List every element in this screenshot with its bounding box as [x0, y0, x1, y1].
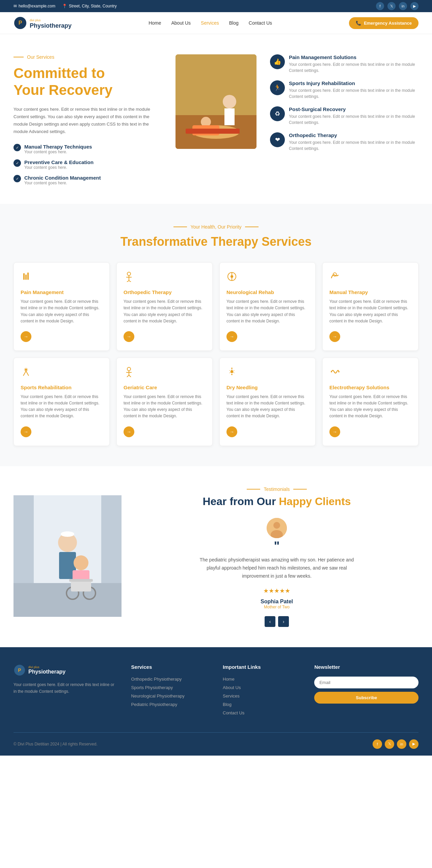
svg-line-29	[129, 375, 131, 377]
feature-title-1: Manual Therapy Techniques	[24, 144, 92, 150]
feature-title-2: Preventive Care & Education	[24, 159, 93, 165]
right-service-1: 🏃 Sports Injury Rehabilitation Your cont…	[270, 80, 418, 100]
footer-link-home[interactable]: Home	[223, 677, 301, 682]
card-icon-0	[21, 271, 103, 284]
card-arrow-6[interactable]: →	[226, 426, 237, 437]
transformative-label-text: Your Health, Our Priority	[190, 224, 241, 230]
footer-social-icons: f 𝕏 in ▶	[373, 739, 418, 749]
card-title-4: Sports Rehabilitation	[21, 385, 103, 390]
svg-rect-45	[71, 581, 91, 591]
check-icon-1: ✓	[14, 144, 21, 151]
testimonials-title-2: Happy Clients	[276, 495, 351, 507]
card-arrow-3[interactable]: →	[329, 331, 340, 342]
right-service-desc-3: Your content goes here. Edit or remove t…	[289, 139, 418, 152]
location-icon: 📍	[62, 4, 67, 8]
card-desc-7: Your content goes here. Edit or remove t…	[329, 394, 411, 420]
youtube-icon[interactable]: ▶	[410, 2, 418, 10]
card-desc-2: Your content goes here. Edit or remove t…	[226, 298, 308, 324]
feature-list: ✓ Manual Therapy Techniques Your content…	[14, 144, 162, 185]
footer-youtube-icon[interactable]: ▶	[409, 739, 418, 749]
footer-service-0[interactable]: Orthopedic Physiotherapy	[131, 677, 209, 682]
card-arrow-4[interactable]: →	[21, 426, 31, 437]
footer-link-blog[interactable]: Blog	[223, 702, 301, 707]
testimonials-label: Testimonials	[135, 486, 418, 492]
emergency-btn-label: Emergency Assistance	[364, 21, 412, 26]
testimonial-role: Mother of Two	[135, 605, 418, 609]
testimonials-title: Hear from Our Happy Clients	[135, 495, 418, 508]
service-icon-3: ❤	[270, 132, 285, 147]
card-title-3: Manual Therapy	[329, 289, 411, 295]
newsletter-email-input[interactable]	[314, 677, 418, 688]
service-card-3: Manual Therapy Your content goes here. E…	[322, 262, 418, 351]
svg-point-32	[331, 371, 332, 372]
testimonial-next-button[interactable]: ›	[278, 616, 289, 627]
nav-services[interactable]: Services	[201, 20, 219, 26]
physio-image	[176, 54, 256, 149]
svg-rect-11	[25, 274, 27, 280]
card-arrow-2[interactable]: →	[226, 331, 237, 342]
service-card-0: Pain Management Your content goes here. …	[14, 262, 110, 351]
footer-facebook-icon[interactable]: f	[373, 739, 382, 749]
testimonials-section: Testimonials Hear from Our Happy Clients…	[0, 466, 432, 647]
footer-services-col: Services Orthopedic Physiotherapy Sports…	[131, 664, 209, 719]
footer-twitter-icon[interactable]: 𝕏	[385, 739, 394, 749]
card-arrow-0[interactable]: →	[21, 331, 31, 342]
card-icon-6	[226, 366, 308, 379]
footer-newsletter-title: Newsletter	[314, 664, 418, 670]
services-section-label: Our Services	[14, 54, 162, 60]
footer-logo-subtext: divi plus	[28, 665, 65, 669]
emergency-button[interactable]: 📞 Emergency Assistance	[349, 17, 418, 29]
main-nav: Home About Us Services Blog Contact Us	[148, 20, 272, 26]
email-info: ✉ hello@example.com	[14, 4, 55, 8]
newsletter-subscribe-button[interactable]: Subscribe	[314, 692, 418, 704]
footer-logo-name: Physiotherapy	[28, 669, 65, 675]
card-arrow-1[interactable]: →	[124, 331, 134, 342]
right-service-3: ❤ Orthopedic Therapy Your content goes h…	[270, 132, 418, 152]
card-arrow-7[interactable]: →	[329, 426, 340, 437]
hero-title-highlight: Your	[14, 82, 45, 98]
services-grid: Pain Management Your content goes here. …	[14, 262, 418, 446]
hero-title-line1: Committed to	[14, 65, 105, 81]
testimonial-prev-button[interactable]: ‹	[265, 616, 275, 627]
email-text: hello@example.com	[19, 4, 55, 8]
services-hero-section: Our Services Committed to Your Recovery …	[0, 34, 432, 204]
facebook-icon[interactable]: f	[376, 2, 384, 10]
card-title-6: Dry Needling	[226, 385, 308, 390]
location-text: Street, City, State, Country	[69, 4, 117, 8]
footer-link-about[interactable]: About Us	[223, 685, 301, 690]
card-title-1: Orthopedic Therapy	[124, 289, 206, 295]
right-service-title-1: Sports Injury Rehabilitation	[289, 80, 418, 86]
right-service-desc-0: Your content goes here. Edit or remove t…	[289, 61, 418, 74]
card-icon-7	[329, 366, 411, 379]
logo-subtext: divi plus	[30, 19, 41, 22]
footer-link-contact[interactable]: Contact Us	[223, 710, 301, 715]
top-bar: ✉ hello@example.com 📍 Street, City, Stat…	[0, 0, 432, 12]
card-desc-4: Your content goes here. Edit or remove t…	[21, 394, 103, 420]
linkedin-icon[interactable]: in	[399, 2, 407, 10]
svg-rect-9	[186, 129, 240, 134]
testimonial-quote: The pediatric physiotherapist was amazin…	[192, 556, 361, 580]
service-icon-0: 👍	[270, 54, 285, 69]
nav-home[interactable]: Home	[148, 20, 161, 26]
card-arrow-5[interactable]: →	[124, 426, 134, 437]
hero-title: Committed to Your Recovery	[14, 65, 162, 99]
twitter-icon[interactable]: 𝕏	[387, 2, 396, 10]
card-title-0: Pain Management	[21, 289, 103, 295]
footer-service-3[interactable]: Pediatric Physiotherapy	[131, 702, 209, 707]
svg-point-50	[273, 522, 280, 529]
footer-copyright: © Divi Plus Dietitian 2024 | All rights …	[14, 742, 98, 746]
nav-about[interactable]: About Us	[171, 20, 191, 26]
svg-point-25	[127, 367, 131, 371]
location-info: 📍 Street, City, State, Country	[62, 4, 117, 8]
check-icon-3: ✓	[14, 175, 21, 182]
nav-blog[interactable]: Blog	[229, 20, 239, 26]
footer-service-1[interactable]: Sports Physiotherapy	[131, 685, 209, 690]
quote-mark: "	[135, 542, 418, 551]
svg-rect-10	[23, 273, 25, 280]
hero-description: Your content goes here. Edit or remove t…	[14, 106, 162, 135]
footer-linkedin-icon[interactable]: in	[397, 739, 406, 749]
right-service-title-3: Orthopedic Therapy	[289, 132, 418, 138]
footer-link-services[interactable]: Services	[223, 693, 301, 699]
footer-service-2[interactable]: Neurological Physiotherapy	[131, 693, 209, 699]
nav-contact[interactable]: Contact Us	[249, 20, 272, 26]
